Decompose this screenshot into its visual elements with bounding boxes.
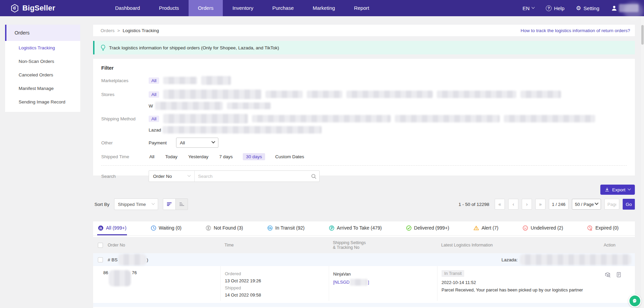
chevron-down-icon [188,173,191,177]
payment-label: Payment [149,140,167,145]
order-detail-row: 86 76 Ordered 13 Oct 2022 19:26 Shipped … [93,266,635,301]
store-redacted [346,91,433,98]
search-input[interactable] [195,174,308,179]
filter-row-search: Search Order No [101,170,627,182]
shipping-redacted [163,126,322,134]
export-button[interactable]: Export [600,185,635,195]
help-icon: ? [546,5,552,11]
tab-waiting[interactable]: Waiting (0) [150,221,182,235]
platform-label: Lazada: [501,257,518,262]
breadcrumb-current: Logistics Tracking [123,28,159,33]
sidebar-item-sending-image-record[interactable]: Sending Image Record [5,95,80,109]
chevron-down-icon [152,202,155,205]
all-icon [98,225,104,231]
header-shipping: Shipping Settings & Tracking No [329,240,437,250]
last-page-button[interactable]: » [535,199,545,210]
cell-action [602,266,635,301]
nav-item-inventory[interactable]: Inventory [223,0,263,16]
return-orders-help-link[interactable]: How to track the logistics information o… [521,28,630,33]
tab-arrived-to-take[interactable]: Arrived To Take (479) [328,221,383,235]
sidebar-section-orders[interactable]: Orders [5,25,80,41]
status-tabs: All (999+) Waiting (0) Not Found (3) In … [93,221,635,236]
sort-ascending-button[interactable] [175,199,188,210]
shipping-text-fragment: Lazad [149,127,161,133]
row-checkbox[interactable] [98,257,103,262]
select-all-checkbox[interactable] [98,243,103,248]
sidebar-item-non-scan-orders[interactable]: Non-Scan Orders [5,54,80,68]
logistics-note-icon[interactable] [616,271,622,301]
prev-page-button[interactable]: ‹ [508,199,518,210]
shipped-time-custom-dates[interactable]: Custom Dates [275,153,305,160]
shipped-time-yesterday[interactable]: Yesterday [188,153,209,160]
shipped-time-label: Shipped Time [101,154,149,159]
page-jump-input[interactable] [604,199,619,210]
search-icon[interactable] [308,173,319,179]
nav-item-dashboard[interactable]: Dashboard [106,0,149,16]
tab-expired[interactable]: Expired (0) [586,221,619,235]
order-group-id: # BS ) [108,254,148,265]
store-redacted [307,91,342,98]
shipping-method-label: Shipping Method [101,116,149,121]
nav-item-marketing[interactable]: Marketing [303,0,345,16]
cell-time: Ordered 13 Oct 2022 19:26 Shipped 14 Oct… [220,266,329,301]
setting-button[interactable]: ⚙ Setting [576,5,599,11]
pagination: 1 - 50 of 12298 « ‹ › » 1 / 246 50 / Pag… [458,199,635,210]
nav-item-products[interactable]: Products [149,0,188,16]
help-button[interactable]: ? Help [546,5,564,11]
status-message: Parcel Received, Your parcel has been pi… [442,286,602,294]
view-parcel-icon[interactable] [604,271,611,301]
shipping-all-chip[interactable]: All [149,116,159,122]
page-size-select[interactable]: 50 / Page [572,199,601,210]
shipped-time-all[interactable]: All [149,153,155,160]
tab-undelivered[interactable]: Undelivered (2) [522,221,564,235]
tab-all[interactable]: All (999+) [97,221,127,235]
top-navbar: BigSeller Dashboard Products Orders Inve… [0,0,644,16]
sidebar-item-canceled-orders[interactable]: Canceled Orders [5,68,80,81]
first-page-button[interactable]: « [495,199,505,210]
nav-item-orders[interactable]: Orders [189,0,223,16]
scrollbar-thumb[interactable] [641,25,644,45]
breadcrumb: Orders > Logistics Tracking How to track… [93,25,635,36]
store-redacted [265,91,303,98]
shipped-time-today[interactable]: Today [165,153,178,160]
tab-delivered[interactable]: Delivered (999+) [405,221,450,235]
next-order-group-row [93,303,635,307]
search-type-select[interactable]: Order No [149,171,195,182]
store-redacted [437,91,516,98]
shipping-redacted [163,114,248,123]
tracking-no-link[interactable]: [NLSGD ] [333,278,437,286]
sidebar-item-manifest-manage[interactable]: Manifest Manage [5,81,80,95]
breadcrumb-orders[interactable]: Orders [101,28,114,33]
cell-shipping: NinjaVan [NLSGD ] [329,266,437,301]
delivered-icon [406,225,412,231]
next-page-button[interactable]: › [522,199,532,210]
sort-field-select[interactable]: Shipped Time [114,198,158,210]
shipped-time-7days[interactable]: 7 days [219,153,234,160]
language-selector[interactable]: EN [522,5,534,11]
tab-not-found[interactable]: Not Found (3) [205,221,243,235]
live-chat-button[interactable] [628,294,641,307]
tab-alert[interactable]: Alert (7) [473,221,499,235]
pagination-range: 1 - 50 of 12298 [458,202,489,207]
shipped-time-30days[interactable]: 30 days [243,153,265,160]
sidebar: Orders Logistics Tracking Non-Scan Order… [5,25,80,112]
store-name-redacted [520,254,631,265]
sidebar-item-logistics-tracking[interactable]: Logistics Tracking [5,41,80,54]
payment-select[interactable]: All [176,138,218,148]
store-redacted [155,102,223,110]
sort-descending-button[interactable] [163,199,175,210]
nav-item-purchase[interactable]: Purchase [263,0,303,16]
nav-item-report[interactable]: Report [344,0,379,16]
brand-logo[interactable]: BigSeller [0,4,85,13]
orders-table-card: All (999+) Waiting (0) Not Found (3) In … [93,221,635,308]
stores-all-chip[interactable]: All [149,91,159,98]
chevron-down-icon [595,201,598,205]
chat-icon [632,298,638,304]
chevron-down-icon [532,5,535,9]
tab-in-transit[interactable]: In Transit (92) [266,221,305,235]
ordered-label: Ordered [225,270,329,277]
store-redacted [227,102,271,109]
marketplaces-all-chip[interactable]: All [149,77,159,84]
go-button[interactable]: Go [623,199,635,210]
cell-order-no: 86 76 [93,266,220,301]
